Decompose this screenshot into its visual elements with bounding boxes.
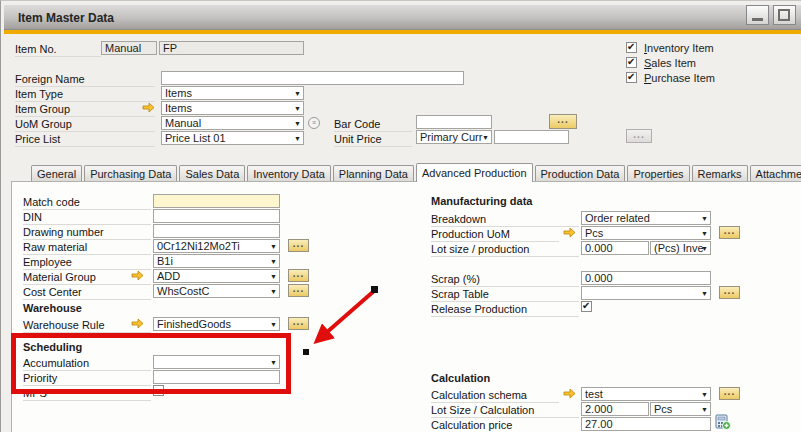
lot-size-calculation-input[interactable]: 2.000 [581,402,649,416]
calculator-add-icon[interactable] [715,414,731,430]
warehouse-rule-browse-button[interactable]: ... [288,317,309,330]
match-code-input[interactable] [153,194,280,208]
cost-center-dropdown[interactable]: WhsCostC [153,284,280,298]
annotation-highlight-box [11,333,291,394]
tab-planning-data[interactable]: Planning Data [333,165,414,182]
tab-inventory-data[interactable]: Inventory Data [247,165,331,182]
calculation-section-header: Calculation [431,372,490,384]
item-group-dropdown[interactable]: Items [161,101,304,115]
foreign-name-label: Foreign Name [15,73,155,87]
calculation-price-input[interactable]: 27.00 [581,417,711,431]
scrap-table-dropdown[interactable] [581,286,711,300]
uom-group-dropdown[interactable]: Manual [161,116,304,130]
material-group-link-arrow-icon[interactable] [131,270,144,281]
bar-code-browse-button[interactable]: ... [549,114,577,129]
item-master-data-window: Item Master Data Item No. Manual FP Inve… [0,0,801,432]
material-group-dropdown[interactable]: ADD [153,269,280,283]
inventory-item-checkbox[interactable] [626,42,637,53]
uom-group-label: UoM Group [15,118,155,132]
manufacturing-data-header: Manufacturing data [431,195,532,207]
calculation-schema-browse-button[interactable]: ... [719,387,740,400]
item-type-dropdown[interactable]: Items [161,86,304,100]
breakdown-label: Breakdown [431,213,579,227]
unit-price-browse-button[interactable]: ... [626,129,652,143]
lot-size-production-label: Lot size / production [431,243,579,257]
tab-properties[interactable]: Properties [627,165,689,182]
tab-purchasing-data[interactable]: Purchasing Data [84,165,177,182]
purchase-item-label: Purchase Item [644,72,715,84]
inventory-item-label: Inventory Item [644,42,714,54]
production-uom-label: Production UoM [431,228,559,242]
lot-size-production-uom-dropdown[interactable]: (Pcs) Inve [650,241,711,255]
minimize-icon [752,18,763,21]
unit-price-label: Unit Price [334,133,412,147]
material-group-browse-button[interactable]: ... [288,269,309,282]
release-production-label: Release Production [431,303,579,317]
production-uom-browse-button[interactable]: ... [719,226,740,239]
calculation-schema-label: Calculation schema [431,389,559,403]
window-title: Item Master Data [18,11,114,25]
employee-dropdown[interactable]: B1i [153,254,280,268]
sales-item-checkbox[interactable] [626,57,637,68]
scrap-pct-input[interactable]: 0.000 [581,271,711,285]
production-uom-dropdown[interactable]: Pcs [581,226,711,240]
breakdown-dropdown[interactable]: Order related [581,211,711,225]
item-no-label: Item No. [15,43,101,57]
warehouse-section-header: Warehouse [23,302,82,314]
item-no-type-field[interactable]: Manual [101,41,157,55]
item-no-field[interactable]: FP [159,41,304,55]
tab-general[interactable]: General [31,165,82,182]
foreign-name-input[interactable] [161,71,464,85]
tab-remarks[interactable]: Remarks [692,165,748,182]
maximize-icon [778,9,790,21]
item-group-label: Item Group [15,103,155,117]
item-type-label: Item Type [15,88,155,102]
drawing-number-input[interactable] [153,224,280,238]
calculation-price-label: Calculation price [431,419,579,432]
warehouse-rule-dropdown[interactable]: FinishedGoods [153,317,280,331]
title-bar[interactable]: Item Master Data [4,5,801,30]
bar-code-input[interactable] [416,115,492,129]
unit-price-input[interactable] [494,130,569,144]
tab-strip: General Purchasing Data Sales Data Inven… [31,163,801,182]
uom-list-icon[interactable]: ≡ [308,117,320,129]
cost-center-browse-button[interactable]: ... [288,284,309,297]
calculation-schema-link-arrow-icon[interactable] [563,388,576,399]
minimize-button[interactable] [746,5,769,25]
din-label: DIN [23,211,151,225]
lot-size-calculation-uom-dropdown[interactable]: Pcs [650,402,711,416]
price-list-dropdown[interactable]: Price List 01 [161,131,304,145]
lot-size-calculation-label: Lot Size / Calculation [431,404,579,418]
price-list-label: Price List [15,133,155,147]
purchase-item-checkbox[interactable] [626,72,637,83]
raw-material-dropdown[interactable]: 0Cr12Ni12Mo2Ti [153,239,280,253]
employee-label: Employee [23,256,151,270]
raw-material-browse-button[interactable]: ... [288,239,309,252]
raw-material-label: Raw material [23,241,151,255]
production-uom-link-arrow-icon[interactable] [563,227,576,238]
lot-size-production-input[interactable]: 0.000 [581,241,649,255]
tab-sales-data[interactable]: Sales Data [179,165,245,182]
release-production-checkbox[interactable] [581,301,592,312]
din-input[interactable] [153,209,280,223]
drawing-number-label: Drawing number [23,226,151,240]
unit-price-currency-dropdown[interactable]: Primary Curr [416,130,492,144]
tab-attachments[interactable]: Attachments [750,165,801,182]
calculation-schema-dropdown[interactable]: test [581,387,711,401]
warehouse-rule-link-arrow-icon[interactable] [131,318,144,329]
maximize-button[interactable] [773,5,796,25]
tab-production-data[interactable]: Production Data [535,165,626,182]
scrap-table-browse-button[interactable]: ... [719,286,740,299]
scrap-table-label: Scrap Table [431,288,579,302]
bar-code-label: Bar Code [334,118,412,132]
tab-advanced-production[interactable]: Advanced Production [416,163,533,182]
accent-bar [4,30,801,34]
item-group-link-arrow-icon[interactable] [142,102,155,113]
cost-center-label: Cost Center [23,286,151,300]
match-code-label: Match code [23,196,151,210]
sales-item-label: Sales Item [644,57,696,69]
scrap-pct-label: Scrap (%) [431,273,579,287]
